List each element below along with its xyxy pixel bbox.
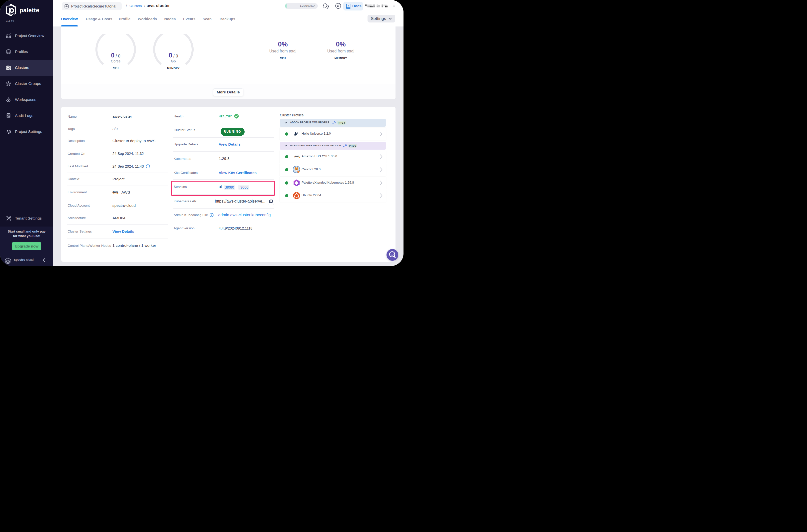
svg-text:aws: aws bbox=[294, 155, 299, 158]
svg-text:aws: aws bbox=[112, 190, 118, 193]
